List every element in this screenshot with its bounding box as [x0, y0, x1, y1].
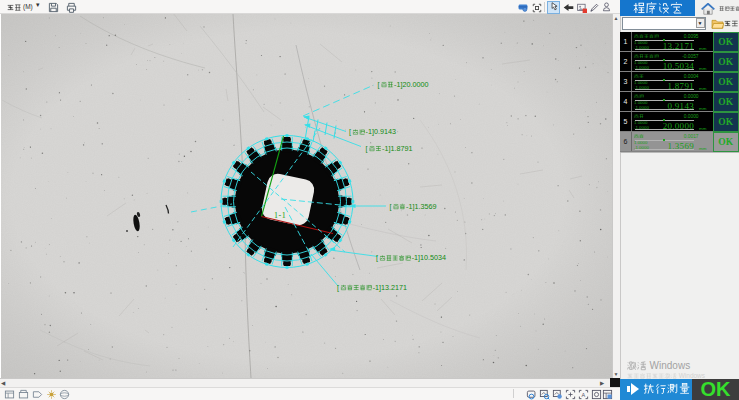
svg-text:-1]13.2171: -1]13.2171 [373, 283, 407, 292]
svg-text:-1]1.8791: -1]1.8791 [382, 144, 412, 153]
svg-text:[: [ [376, 253, 378, 262]
svg-text:-1]0.9143: -1]0.9143 [366, 127, 396, 136]
svg-text:[: [ [365, 144, 367, 153]
svg-text:A: A [581, 391, 585, 397]
svg-text:[: [ [377, 80, 379, 89]
svg-text:1-1: 1-1 [274, 211, 286, 220]
svg-text:-1]20.0000: -1]20.0000 [394, 80, 428, 89]
svg-text:-1]1.3569: -1]1.3569 [406, 202, 436, 211]
svg-text:[: [ [337, 283, 339, 292]
svg-text:[: [ [349, 127, 351, 136]
svg-text:-1]10.5034: -1]10.5034 [412, 253, 446, 262]
svg-text:[: [ [389, 202, 391, 211]
